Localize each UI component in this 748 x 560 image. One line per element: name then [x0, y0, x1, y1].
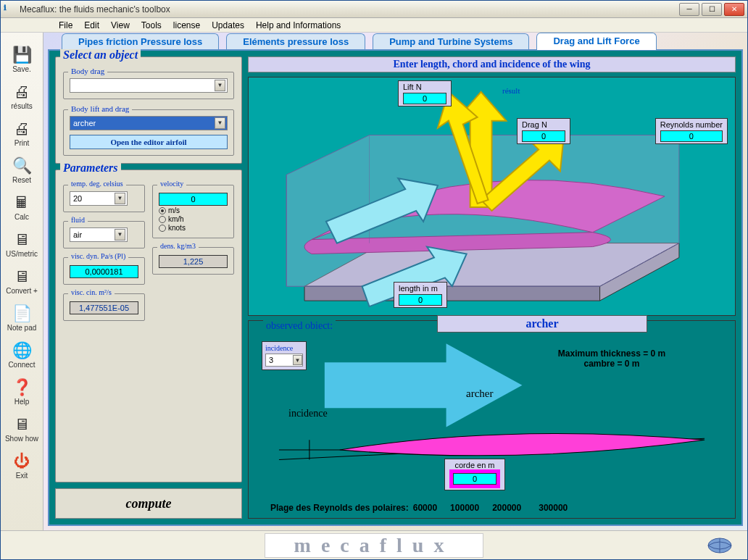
thickness-text: Maximum thickness = 0 m cambre = 0 m: [528, 348, 695, 369]
calc-icon: 🖩: [10, 193, 33, 213]
usmetric-button[interactable]: 🖥US/metric: [3, 222, 41, 258]
chevron-down-icon: ▼: [115, 193, 125, 204]
tab-pipes[interactable]: Pipes friction Pressure loss: [62, 33, 219, 49]
menu-updates[interactable]: Updates: [212, 20, 244, 30]
help-icon: ❓: [10, 377, 33, 398]
length-box: length in m 0: [394, 282, 447, 308]
window-title: Mecaflux: the fluids mechanic's toolbox: [20, 4, 679, 14]
footer: mecaflux: [1, 530, 747, 559]
unit-knots-radio[interactable]: knots: [159, 224, 228, 232]
tabstrip: Pipes friction Pressure loss Eléments pr…: [43, 33, 747, 49]
length-value[interactable]: 0: [399, 294, 442, 306]
visc-dyn-value: 0,0000181: [70, 265, 138, 278]
connect-icon: 🌐: [10, 340, 33, 361]
notepad-button[interactable]: 📄Note pad: [3, 296, 41, 332]
visc-dyn-label: visc. dyn. Pa/s (Pl): [68, 252, 128, 260]
select-panel-title: Select an object: [60, 49, 141, 62]
menu-edit[interactable]: Edit: [84, 20, 99, 30]
diagram-header: Enter length, chord and incidence of the…: [248, 57, 736, 72]
body-drag-label: Body drag: [68, 67, 107, 75]
fluid-dropdown[interactable]: air▼: [70, 227, 128, 242]
drag-label: Drag N: [522, 120, 547, 129]
menubar: File Edit View Tools license Updates Hel…: [1, 18, 747, 33]
chevron-down-icon: ▼: [215, 80, 225, 91]
maximize-button[interactable]: ☐: [702, 3, 722, 16]
tab-pump[interactable]: Pump and Turbine Systems: [373, 33, 529, 49]
result-label: résult: [502, 86, 520, 95]
minimize-button[interactable]: ─: [679, 3, 699, 16]
convert-icon: 🖥: [10, 267, 33, 287]
unit-kmh-radio[interactable]: km/h: [159, 215, 228, 223]
reset-icon: 🔍: [10, 156, 33, 176]
velocity-input[interactable]: 0: [159, 193, 228, 206]
calc-button[interactable]: 🖩Calc: [3, 185, 41, 221]
svg-marker-11: [325, 343, 523, 427]
notepad-icon: 📄: [10, 304, 33, 324]
reynolds-box: Reynolds number 0: [655, 118, 728, 144]
corde-box: corde en m 0: [444, 459, 505, 490]
app-icon: ℹ: [4, 4, 15, 15]
reynolds-value: 0: [660, 130, 723, 142]
menu-view[interactable]: View: [111, 20, 130, 30]
body-drag-dropdown[interactable]: ▼: [70, 78, 228, 93]
select-object-panel: Select an object Body drag ▼ Body lift a…: [55, 57, 242, 164]
tab-elements[interactable]: Eléments pressure loss: [226, 33, 365, 49]
titlebar: ℹ Mecaflux: the fluids mechanic's toolbo…: [1, 1, 747, 18]
lift-box: Lift N 0: [398, 80, 452, 106]
showhow-icon: 🖥: [10, 414, 33, 435]
corde-value[interactable]: 0: [453, 473, 496, 485]
velocity-label: velocity: [157, 180, 186, 188]
corde-label: corde en m: [454, 461, 494, 469]
fluid-label: fluid: [68, 216, 88, 224]
visc-cin-label: visc. cin. m²/s: [68, 288, 115, 296]
results-icon: 🖨: [10, 82, 33, 102]
temp-label: temp. deg. celsius: [68, 180, 126, 188]
lift-label: Lift N: [403, 83, 422, 91]
body-lift-dropdown[interactable]: archer▼: [70, 116, 228, 130]
footer-brand: mecaflux: [265, 533, 484, 558]
drag-box: Drag N 0: [517, 118, 570, 144]
profile-name-text: archer: [466, 388, 493, 400]
tab-drag[interactable]: Drag and Lift Force: [536, 33, 656, 50]
observed-panel: observed obiect: archer incidence 3▼: [248, 320, 736, 519]
reset-button[interactable]: 🔍Reset: [3, 148, 41, 184]
temp-dropdown[interactable]: 20▼: [70, 191, 128, 206]
exit-icon: ⏻: [10, 451, 33, 472]
menu-file[interactable]: File: [59, 20, 72, 30]
connect-button[interactable]: 🌐Connect: [3, 333, 41, 369]
chevron-down-icon: ▼: [215, 117, 225, 129]
globe-icon: [707, 537, 733, 554]
visc-cin-value: 1,477551E-05: [70, 301, 138, 314]
length-label: length in m: [399, 284, 438, 293]
print-icon: 🖨: [10, 119, 33, 139]
save-icon: 💾: [10, 45, 33, 65]
showhow-button[interactable]: 🖥Show how: [3, 406, 41, 443]
close-button[interactable]: ✕: [724, 3, 744, 16]
compute-button[interactable]: compute: [55, 488, 242, 519]
dens-value: 1,225: [159, 255, 228, 268]
wing-diagram: Lift N 0 résult Drag N 0 Reynolds number…: [248, 77, 736, 316]
incidence-text: incidence: [288, 408, 328, 419]
menu-license[interactable]: license: [173, 20, 200, 30]
menu-tools[interactable]: Tools: [141, 20, 162, 30]
reynolds-label: Reynolds number: [660, 120, 723, 129]
print-button[interactable]: 🖨Print: [3, 111, 41, 147]
reynolds-range: Plage des Reynolds des polaires: 60000 1…: [270, 503, 728, 514]
chevron-down-icon: ▼: [115, 229, 125, 241]
parameters-panel: Parameters temp. deg. celsius 20▼ fluid …: [55, 170, 242, 482]
body-lift-label: Body lift and drag: [68, 104, 132, 113]
help-button[interactable]: ❓Help: [3, 369, 41, 406]
wing-svg: [249, 78, 735, 315]
menu-help[interactable]: Help and Informations: [256, 20, 341, 30]
save-button[interactable]: 💾Save.: [3, 37, 41, 73]
usmetric-icon: 🖥: [10, 230, 33, 250]
drag-value[interactable]: 0: [522, 130, 565, 142]
unit-ms-radio[interactable]: m/s: [159, 206, 228, 214]
exit-button[interactable]: ⏻Exit: [3, 443, 41, 480]
dens-label: dens. kg/m3: [157, 242, 199, 250]
open-editor-button[interactable]: Open the editor airfoil: [70, 135, 228, 149]
lift-value[interactable]: 0: [403, 93, 446, 104]
results-button[interactable]: 🖨résults: [3, 74, 41, 110]
left-toolbar: 💾Save. 🖨résults 🖨Print 🔍Reset 🖩Calc 🖥US/…: [1, 33, 43, 530]
convert-button[interactable]: 🖥Convert +: [3, 259, 41, 295]
